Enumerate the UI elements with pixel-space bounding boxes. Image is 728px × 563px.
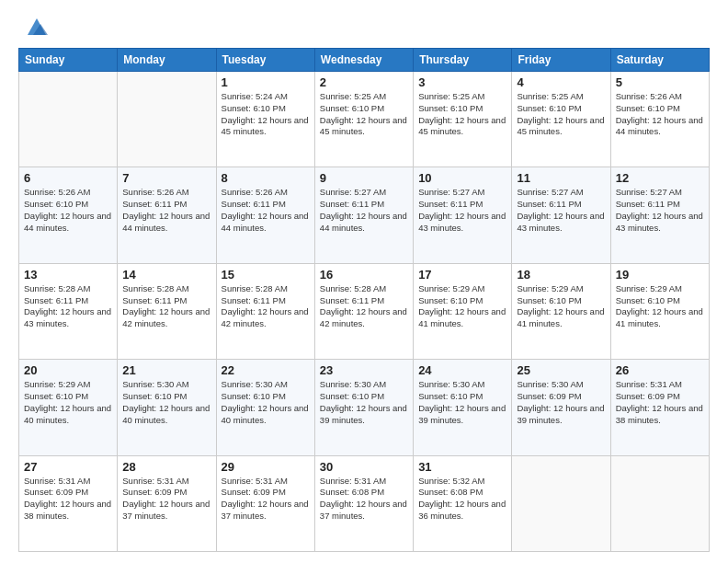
day-info: Sunrise: 5:27 AM Sunset: 6:11 PM Dayligh… [418,187,506,234]
calendar-cell: 26Sunrise: 5:31 AM Sunset: 6:09 PM Dayli… [610,360,709,455]
calendar-cell: 8Sunrise: 5:26 AM Sunset: 6:11 PM Daylig… [216,167,314,263]
calendar-cell: 13Sunrise: 5:28 AM Sunset: 6:11 PM Dayli… [19,263,118,359]
day-number: 28 [122,460,210,474]
day-number: 24 [418,363,506,377]
day-info: Sunrise: 5:30 AM Sunset: 6:10 PM Dayligh… [122,379,210,426]
calendar-cell: 19Sunrise: 5:29 AM Sunset: 6:10 PM Dayli… [610,263,709,359]
day-number: 17 [418,268,506,282]
day-number: 14 [122,268,210,282]
day-info: Sunrise: 5:32 AM Sunset: 6:08 PM Dayligh… [418,476,506,523]
day-number: 11 [517,171,605,185]
weekday-header-tuesday: Tuesday [216,49,314,72]
calendar-cell [19,72,118,167]
day-number: 30 [320,460,408,474]
day-info: Sunrise: 5:26 AM Sunset: 6:11 PM Dayligh… [122,187,210,234]
day-info: Sunrise: 5:31 AM Sunset: 6:09 PM Dayligh… [222,476,310,523]
day-info: Sunrise: 5:29 AM Sunset: 6:10 PM Dayligh… [418,283,506,330]
day-info: Sunrise: 5:27 AM Sunset: 6:11 PM Dayligh… [616,187,704,234]
day-number: 20 [24,363,112,377]
calendar-week-5: 27Sunrise: 5:31 AM Sunset: 6:09 PM Dayli… [19,455,710,551]
day-number: 18 [517,268,605,282]
calendar-cell: 3Sunrise: 5:25 AM Sunset: 6:10 PM Daylig… [414,72,512,167]
calendar-table: SundayMondayTuesdayWednesdayThursdayFrid… [18,48,710,552]
day-info: Sunrise: 5:28 AM Sunset: 6:11 PM Dayligh… [24,283,112,330]
day-number: 10 [418,171,506,185]
day-number: 21 [122,363,210,377]
day-info: Sunrise: 5:30 AM Sunset: 6:10 PM Dayligh… [320,379,408,426]
day-info: Sunrise: 5:29 AM Sunset: 6:10 PM Dayligh… [616,283,704,330]
calendar-cell: 24Sunrise: 5:30 AM Sunset: 6:10 PM Dayli… [414,360,512,455]
day-number: 27 [24,460,112,474]
day-info: Sunrise: 5:26 AM Sunset: 6:10 PM Dayligh… [616,91,704,138]
day-number: 26 [616,363,704,377]
weekday-header-wednesday: Wednesday [314,49,413,72]
day-info: Sunrise: 5:25 AM Sunset: 6:10 PM Dayligh… [320,91,408,138]
day-info: Sunrise: 5:31 AM Sunset: 6:09 PM Dayligh… [122,476,210,523]
day-info: Sunrise: 5:25 AM Sunset: 6:10 PM Dayligh… [418,91,506,138]
day-info: Sunrise: 5:26 AM Sunset: 6:11 PM Dayligh… [222,187,310,234]
day-number: 15 [222,268,310,282]
page: SundayMondayTuesdayWednesdayThursdayFrid… [0,0,728,563]
calendar-cell: 7Sunrise: 5:26 AM Sunset: 6:11 PM Daylig… [118,167,216,263]
day-info: Sunrise: 5:28 AM Sunset: 6:11 PM Dayligh… [320,283,408,330]
calendar-cell: 16Sunrise: 5:28 AM Sunset: 6:11 PM Dayli… [314,263,413,359]
calendar-cell: 1Sunrise: 5:24 AM Sunset: 6:10 PM Daylig… [216,72,314,167]
calendar-cell: 9Sunrise: 5:27 AM Sunset: 6:11 PM Daylig… [314,167,413,263]
calendar-cell: 23Sunrise: 5:30 AM Sunset: 6:10 PM Dayli… [314,360,413,455]
day-info: Sunrise: 5:30 AM Sunset: 6:10 PM Dayligh… [418,379,506,426]
day-number: 4 [517,75,605,89]
calendar-cell [512,455,610,551]
day-number: 3 [418,75,506,89]
calendar-cell: 29Sunrise: 5:31 AM Sunset: 6:09 PM Dayli… [216,455,314,551]
calendar-cell: 10Sunrise: 5:27 AM Sunset: 6:11 PM Dayli… [414,167,512,263]
calendar-cell: 2Sunrise: 5:25 AM Sunset: 6:10 PM Daylig… [314,72,413,167]
day-number: 9 [320,171,408,185]
day-number: 29 [222,460,310,474]
day-info: Sunrise: 5:28 AM Sunset: 6:11 PM Dayligh… [122,283,210,330]
day-info: Sunrise: 5:29 AM Sunset: 6:10 PM Dayligh… [517,283,605,330]
day-number: 25 [517,363,605,377]
day-info: Sunrise: 5:29 AM Sunset: 6:10 PM Dayligh… [24,379,112,426]
calendar-cell [610,455,709,551]
calendar-cell: 18Sunrise: 5:29 AM Sunset: 6:10 PM Dayli… [512,263,610,359]
day-number: 7 [122,171,210,185]
day-info: Sunrise: 5:24 AM Sunset: 6:10 PM Dayligh… [222,91,310,138]
day-number: 5 [616,75,704,89]
header [18,15,710,40]
day-info: Sunrise: 5:26 AM Sunset: 6:10 PM Dayligh… [24,187,112,234]
calendar-cell: 27Sunrise: 5:31 AM Sunset: 6:09 PM Dayli… [19,455,118,551]
day-number: 31 [418,460,506,474]
day-number: 8 [222,171,310,185]
calendar-week-4: 20Sunrise: 5:29 AM Sunset: 6:10 PM Dayli… [19,360,710,455]
calendar-cell: 22Sunrise: 5:30 AM Sunset: 6:10 PM Dayli… [216,360,314,455]
day-number: 19 [616,268,704,282]
calendar-cell: 15Sunrise: 5:28 AM Sunset: 6:11 PM Dayli… [216,263,314,359]
day-number: 13 [24,268,112,282]
day-number: 6 [24,171,112,185]
calendar-week-2: 6Sunrise: 5:26 AM Sunset: 6:10 PM Daylig… [19,167,710,263]
day-info: Sunrise: 5:31 AM Sunset: 6:09 PM Dayligh… [24,476,112,523]
logo [18,15,50,40]
weekday-header-sunday: Sunday [19,49,118,72]
day-info: Sunrise: 5:25 AM Sunset: 6:10 PM Dayligh… [517,91,605,138]
day-number: 16 [320,268,408,282]
calendar-cell: 17Sunrise: 5:29 AM Sunset: 6:10 PM Dayli… [414,263,512,359]
weekday-header-thursday: Thursday [414,49,512,72]
weekday-header-friday: Friday [512,49,610,72]
calendar-cell: 14Sunrise: 5:28 AM Sunset: 6:11 PM Dayli… [118,263,216,359]
calendar-cell: 4Sunrise: 5:25 AM Sunset: 6:10 PM Daylig… [512,72,610,167]
weekday-header-row: SundayMondayTuesdayWednesdayThursdayFrid… [19,49,710,72]
day-number: 23 [320,363,408,377]
day-info: Sunrise: 5:30 AM Sunset: 6:09 PM Dayligh… [517,379,605,426]
day-number: 12 [616,171,704,185]
calendar-cell: 31Sunrise: 5:32 AM Sunset: 6:08 PM Dayli… [414,455,512,551]
calendar-cell: 20Sunrise: 5:29 AM Sunset: 6:10 PM Dayli… [19,360,118,455]
day-info: Sunrise: 5:27 AM Sunset: 6:11 PM Dayligh… [320,187,408,234]
calendar-week-3: 13Sunrise: 5:28 AM Sunset: 6:11 PM Dayli… [19,263,710,359]
weekday-header-monday: Monday [118,49,216,72]
calendar-cell: 21Sunrise: 5:30 AM Sunset: 6:10 PM Dayli… [118,360,216,455]
day-info: Sunrise: 5:30 AM Sunset: 6:10 PM Dayligh… [222,379,310,426]
calendar-cell: 12Sunrise: 5:27 AM Sunset: 6:11 PM Dayli… [610,167,709,263]
logo-icon [24,15,50,40]
calendar-cell: 30Sunrise: 5:31 AM Sunset: 6:08 PM Dayli… [314,455,413,551]
